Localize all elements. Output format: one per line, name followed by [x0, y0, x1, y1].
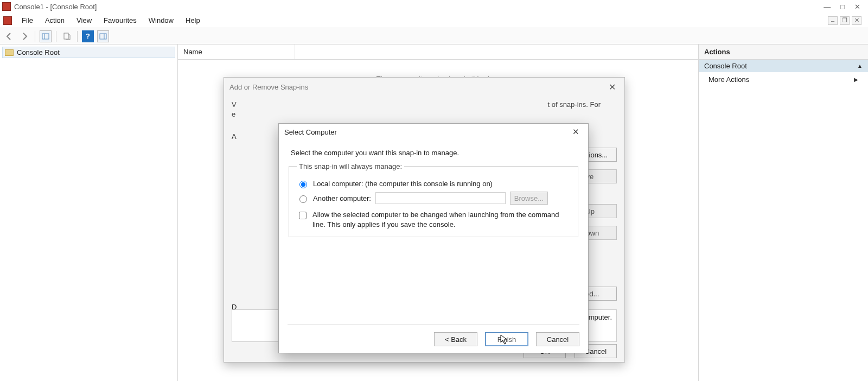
mmc-app-icon — [2, 2, 11, 11]
collapse-arrow-icon: ▲ — [857, 63, 863, 69]
available-label-fragment: A — [232, 132, 237, 141]
nav-forward-button[interactable] — [18, 30, 30, 42]
svg-rect-3 — [100, 34, 106, 39]
menu-favourites[interactable]: Favourites — [98, 14, 142, 27]
window-title: Console1 - [Console Root] — [14, 3, 818, 11]
mdi-minimize-icon[interactable]: – — [828, 16, 838, 25]
mdi-close-icon[interactable]: ✕ — [852, 16, 861, 25]
menu-window[interactable]: Window — [143, 14, 179, 27]
close-icon[interactable]: ✕ — [605, 82, 619, 92]
chevron-right-icon: ▶ — [854, 77, 858, 82]
column-header-spacer — [295, 45, 698, 59]
tree-node-label: Console Root — [17, 48, 60, 56]
maximize-icon[interactable]: □ — [840, 3, 845, 11]
help-button[interactable]: ? — [82, 30, 94, 42]
mdi-window-controls: – ❐ ✕ — [828, 16, 865, 25]
menu-help[interactable]: Help — [180, 14, 206, 27]
manage-fieldset: This snap-in will always manage: Local c… — [289, 162, 578, 237]
dialog-title-text: Select Computer — [284, 128, 337, 136]
browse-button: Browse... — [510, 192, 548, 205]
checkbox-allow-change[interactable] — [299, 212, 307, 219]
action-label: More Actions — [709, 75, 749, 84]
intro-text: V t of snap-ins. For e — [232, 100, 601, 122]
dialog-title-text: Add or Remove Snap-ins — [229, 83, 308, 91]
back-button[interactable]: < Back — [434, 332, 477, 346]
actions-pane-title: Actions — [699, 45, 868, 60]
actions-pane: Actions Console Root ▲ More Actions ▶ — [699, 45, 868, 381]
tree-node-console-root[interactable]: Console Root — [2, 47, 175, 58]
dialog-titlebar: Select Computer ✕ — [279, 124, 588, 140]
menu-file[interactable]: File — [16, 14, 39, 27]
dialog-add-remove-snapins: Add or Remove Snap-ins ✕ V t of snap-ins… — [224, 77, 625, 363]
cancel-button[interactable]: Cancel — [536, 332, 579, 346]
console-tree-pane: Console Root — [0, 45, 178, 381]
actions-group-header[interactable]: Console Root ▲ — [699, 60, 868, 72]
close-icon[interactable]: ✕ — [854, 3, 860, 11]
toolbar-separator — [35, 31, 35, 42]
toolbar-separator — [77, 31, 78, 42]
dialog-titlebar: Add or Remove Snap-ins ✕ — [224, 78, 624, 97]
action-more-actions[interactable]: More Actions ▶ — [699, 72, 868, 87]
folder-icon — [5, 49, 14, 56]
nav-back-button[interactable] — [3, 30, 15, 42]
close-icon[interactable]: ✕ — [569, 127, 583, 137]
window-controls: — □ ✕ — [818, 3, 866, 11]
mmc-doc-icon — [3, 16, 12, 25]
menu-action[interactable]: Action — [40, 14, 70, 27]
toolbar: ? — [0, 28, 868, 45]
window-titlebar: Console1 - [Console Root] — □ ✕ — [0, 0, 868, 13]
list-header: Name — [178, 45, 698, 60]
svg-rect-0 — [42, 34, 49, 39]
show-hide-tree-button[interactable] — [40, 30, 52, 42]
fieldset-legend: This snap-in will always manage: — [297, 162, 404, 170]
finish-button[interactable]: Finish — [485, 332, 528, 346]
actions-group-label: Console Root — [704, 62, 747, 70]
workspace: Console Root Name There are no items to … — [0, 45, 868, 381]
toolbar-separator — [56, 31, 56, 42]
radio-another-label: Another computer: — [313, 194, 371, 202]
svg-rect-2 — [64, 33, 68, 39]
option-another-computer[interactable]: Another computer: Browse... — [297, 192, 570, 205]
dialog-footer: < Back Finish Cancel — [288, 324, 579, 346]
prompt-text: Select the computer you want this snap-i… — [291, 149, 578, 157]
option-local-computer[interactable]: Local computer: (the computer this conso… — [297, 179, 570, 188]
mdi-restore-icon[interactable]: ❐ — [840, 16, 850, 25]
radio-another-computer[interactable] — [299, 195, 307, 203]
result-pane: Name There are no items to show in this … — [178, 45, 699, 381]
menubar: File Action View Favourites Window Help … — [0, 13, 868, 28]
radio-local-computer[interactable] — [299, 181, 307, 188]
checkbox-allow-change-label: Allow the selected computer to be change… — [312, 210, 567, 229]
another-computer-input — [375, 192, 506, 204]
menu-view[interactable]: View — [71, 14, 97, 27]
show-hide-action-pane-button[interactable] — [97, 30, 109, 42]
allow-change-row[interactable]: Allow the selected computer to be change… — [297, 210, 570, 229]
minimize-icon[interactable]: — — [824, 3, 831, 11]
export-list-button[interactable] — [61, 30, 73, 42]
column-header-name[interactable]: Name — [178, 45, 295, 59]
radio-local-label: Local computer: (the computer this conso… — [313, 180, 493, 188]
dialog-select-computer: Select Computer ✕ Select the computer yo… — [278, 123, 589, 353]
